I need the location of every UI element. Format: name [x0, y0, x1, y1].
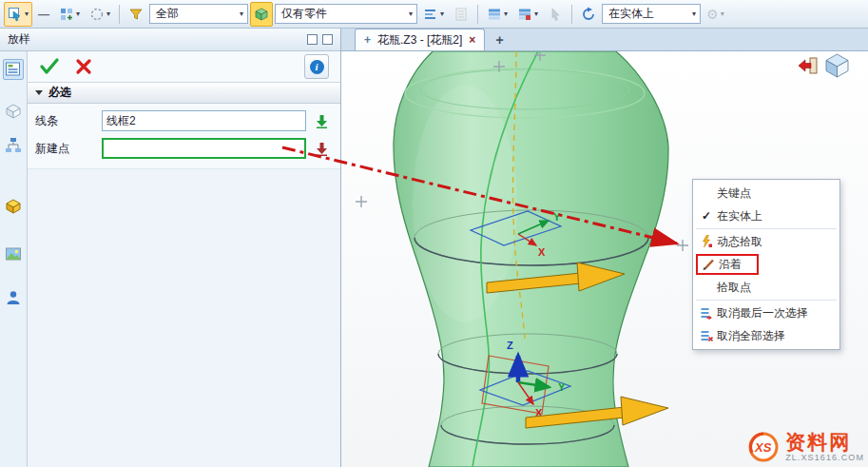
pick-filter-button[interactable]: ▾ [4, 2, 32, 27]
pencil-icon [698, 258, 719, 271]
collapse-arrow-icon [35, 90, 43, 95]
dynamic-pick-icon [696, 235, 717, 248]
along-highlight-box: 沿着 [696, 254, 759, 275]
pattern-pick-icon [59, 7, 74, 22]
menu-item-label: 在实体上 [717, 208, 762, 224]
part-filter-toggle-button[interactable] [250, 2, 273, 27]
sheet-icon [453, 7, 469, 22]
list-manager-button[interactable]: ▾ [483, 2, 511, 27]
document-tab-label: 花瓶.Z3 - [花瓶2] [377, 32, 462, 49]
minus-icon: — [38, 8, 49, 21]
required-section-label: 必选 [48, 85, 71, 101]
lines-field-row: 线条 [35, 110, 333, 131]
pattern-pick-button[interactable]: ▾ [55, 2, 84, 27]
menu-item-keypoint[interactable]: 关键点 [693, 182, 839, 204]
manager-shape-icon[interactable] [3, 101, 24, 122]
dropdown-chevron-icon: ▾ [440, 10, 444, 18]
sheet-button[interactable] [450, 2, 473, 27]
pointer-button[interactable] [544, 2, 567, 27]
pick-mode-combobox[interactable]: 在实体上 ▾ [602, 4, 701, 24]
pointer-icon [548, 7, 563, 22]
exit-door-icon [798, 56, 819, 75]
panel-float-button[interactable] [322, 34, 333, 45]
deselect-button[interactable]: — [34, 2, 53, 27]
render-image-icon[interactable] [3, 243, 24, 264]
loft-dialog-panel: 放样 [0, 29, 341, 467]
red-pick-arrow-icon [315, 142, 329, 156]
view-cube-icon[interactable] [824, 52, 850, 81]
solid-block-icon[interactable] [3, 196, 24, 217]
menu-item-dynamic-pick[interactable]: 动态拾取 [693, 230, 839, 253]
menu-separator [696, 228, 837, 229]
menu-item-label: 取消全部选择 [717, 328, 785, 344]
dropdown-chevron-icon: ▾ [409, 10, 413, 18]
document-tabbar: + 花瓶.Z3 - [花瓶2] × + [341, 29, 868, 51]
part-box-icon [254, 7, 269, 22]
new-tab-plus-icon: + [495, 32, 503, 48]
new-tab-button[interactable]: + [491, 29, 508, 50]
watermark: XS 资料网 ZL.XS1616.COM [746, 430, 864, 464]
dropdown-chevron-icon: ▾ [240, 10, 243, 18]
bottom-y-axis-label: Y [558, 381, 566, 393]
left-icon-strip [0, 51, 28, 467]
info-button[interactable]: i [304, 54, 329, 79]
panel-dock-button[interactable] [307, 34, 318, 45]
toolbar-separator [477, 5, 478, 24]
list-manager2-button[interactable]: ▾ [513, 2, 542, 27]
menu-item-label: 拾取点 [717, 280, 751, 296]
ok-button[interactable] [39, 57, 60, 76]
watermark-logo-text: XS [754, 440, 772, 455]
rotate-arrow-icon [581, 7, 596, 22]
align-pick-button[interactable]: ▾ [419, 2, 448, 27]
gear-icon: ⚙ [706, 7, 719, 22]
menu-item-undo-last-pick[interactable]: 取消最后一次选择 [693, 302, 839, 324]
history-tree-icon[interactable] [3, 135, 24, 156]
required-section-header[interactable]: 必选 [28, 82, 340, 104]
dialog-action-bar: i [28, 51, 340, 82]
pick-mode-value: 在实体上 [608, 6, 654, 22]
menu-item-on-entity[interactable]: ✓ 在实体上 [693, 204, 839, 227]
dropdown-chevron-icon: ▾ [76, 10, 80, 18]
dropdown-chevron-icon: ▾ [106, 10, 110, 18]
align-lines-icon [423, 7, 438, 22]
scope-filter-value: 仅有零件 [281, 6, 327, 22]
tab-close-icon[interactable]: × [469, 33, 475, 47]
3d-viewport: Y X Z Y X [341, 51, 868, 467]
clear-all-picks-icon [696, 329, 717, 342]
scope-filter-combobox[interactable]: 仅有零件 ▾ [275, 4, 417, 24]
menu-item-label: 动态拾取 [717, 234, 762, 250]
ok-check-icon [39, 57, 60, 76]
user-profile-icon[interactable] [3, 287, 24, 308]
lasso-pick-button[interactable]: ▾ [86, 2, 114, 27]
check-icon: ✓ [696, 209, 717, 223]
filter-button[interactable] [125, 2, 147, 27]
reorient-button[interactable] [577, 2, 600, 27]
menu-item-along[interactable]: 沿着 [693, 253, 839, 276]
manager-sheet-icon[interactable] [3, 59, 24, 80]
tab-plus-icon: + [364, 33, 371, 47]
dropdown-chevron-icon: ▾ [25, 10, 29, 18]
entity-filter-combobox[interactable]: 全部 ▾ [149, 4, 248, 24]
exit-button[interactable] [798, 56, 819, 78]
dropdown-chevron-icon: ▾ [692, 10, 696, 18]
cancel-button[interactable] [75, 58, 92, 75]
toolbar-separator [119, 5, 120, 24]
pick-filter-icon [8, 7, 23, 22]
document-tab[interactable]: + 花瓶.Z3 - [花瓶2] × [355, 29, 485, 50]
filter-icon [128, 7, 144, 22]
dropdown-chevron-icon: ▾ [534, 10, 538, 18]
snap-marker [677, 240, 688, 251]
lines-input[interactable] [102, 110, 306, 131]
menu-item-pick-point[interactable]: 拾取点 [693, 276, 839, 299]
dropdown-chevron-icon: ▾ [504, 10, 508, 18]
snap-marker [356, 196, 367, 207]
newpoint-pick-button[interactable] [310, 138, 333, 159]
newpoint-input[interactable] [102, 138, 306, 159]
newpoint-field-row: 新建点 [35, 138, 333, 159]
lines-pick-button[interactable] [310, 110, 333, 131]
document-area: + 花瓶.Z3 - [花瓶2] × + [341, 29, 868, 467]
settings-button[interactable]: ⚙ ▾ [703, 2, 728, 27]
watermark-logo-icon: XS [746, 430, 781, 464]
menu-item-clear-all-picks[interactable]: 取消全部选择 [693, 324, 839, 347]
watermark-site-name: 资料网 [785, 432, 864, 452]
